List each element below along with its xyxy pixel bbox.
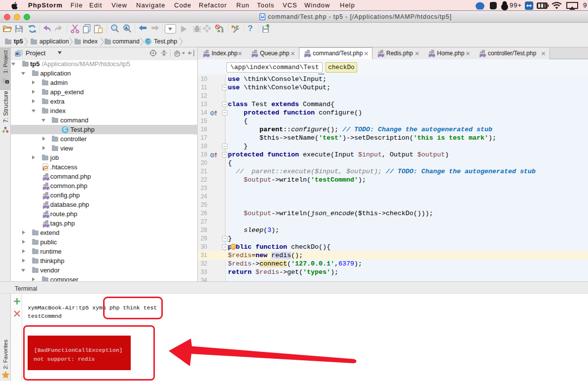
svg-text:A: A <box>125 26 128 31</box>
